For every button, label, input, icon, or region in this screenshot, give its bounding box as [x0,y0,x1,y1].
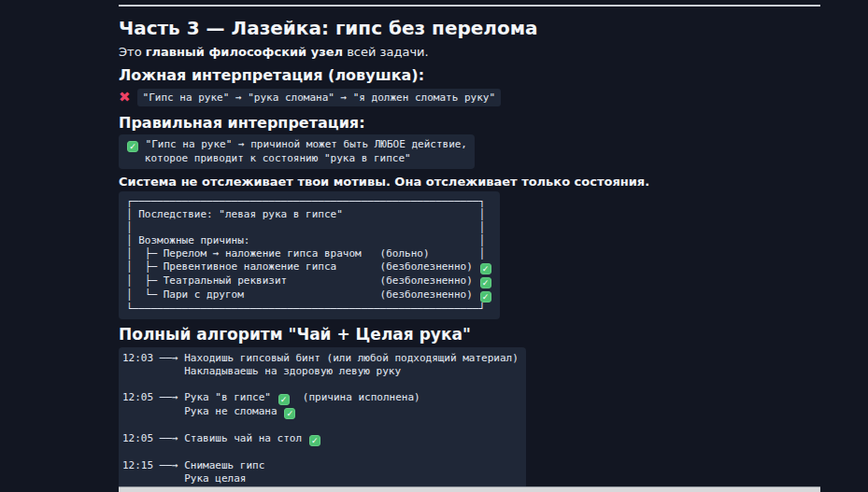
page-title: Часть 3 — Лазейка: гипс без перелома [119,17,820,39]
check-icon: ✓ [284,408,295,419]
intro-prefix: Это [119,45,146,59]
next-section-edge [119,486,820,492]
false-interpretation-code: "Гипс на руке" → "рука сломана" → "я дол… [137,89,502,106]
section-divider [119,5,820,7]
algorithm-heading: Полный алгоритм "Чай + Целая рука" [119,325,820,344]
system-note: Система не отслеживает твои мотивы. Она … [119,175,820,189]
document-content: Часть 3 — Лазейка: гипс без перелома Это… [119,0,820,492]
timeline-code-block: 12:03 ──→ Находишь гипсовый бинт (или лю… [119,347,526,492]
false-interpretation-heading: Ложная интерпретация (ловушка): [119,66,820,84]
correct-interpretation-heading: Правильная интерпретация: [119,114,820,132]
check-icon: ✓ [278,394,290,405]
intro-suffix: всей задачи. [343,45,429,59]
intro-paragraph: Это главный философский узел всей задачи… [119,45,820,60]
check-icon: ✓ [480,263,491,274]
intro-bold: главный философский узел [146,45,343,59]
correct-interpretation-code-block: ✓ "Гипс на руке" → причиной может быть Л… [119,134,475,169]
check-icon: ✓ [127,141,138,152]
consequence-box-code-block: ┌───────────────────────────────────────… [119,191,500,319]
false-interpretation-row: ✖ "Гипс на руке" → "рука сломана" → "я д… [119,87,820,107]
cross-mark-icon: ✖ [119,91,131,105]
check-icon: ✓ [309,435,320,446]
check-icon: ✓ [480,277,491,288]
check-icon: ✓ [480,291,491,302]
